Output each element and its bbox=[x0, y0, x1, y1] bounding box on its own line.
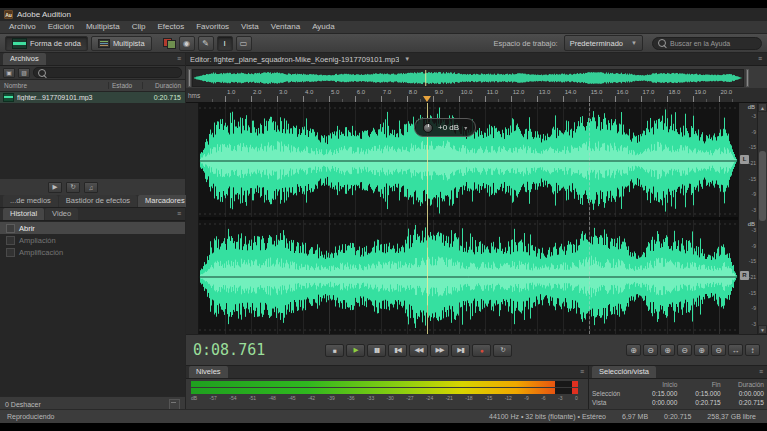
tab-effects-rack[interactable]: Bastidor de efectos bbox=[59, 195, 137, 207]
fast-forward-button[interactable]: ▶▶ bbox=[430, 344, 449, 357]
time-display[interactable]: 0:08.761 bbox=[193, 341, 291, 359]
trash-icon[interactable] bbox=[169, 399, 180, 410]
time-selection-tool-button[interactable]: I bbox=[217, 36, 233, 51]
tab-niveles[interactable]: Niveles bbox=[189, 366, 228, 378]
menu-multipista[interactable]: Multipista bbox=[80, 21, 126, 33]
vista-inicio[interactable]: 0:00.000 bbox=[634, 399, 677, 406]
column-estado[interactable]: Estado bbox=[109, 82, 143, 89]
panel-menu-icon[interactable]: ≡ bbox=[177, 53, 182, 65]
zoom-selection-button[interactable]: ↔ bbox=[728, 344, 743, 356]
volume-hud[interactable]: +0 dB ▾ bbox=[414, 118, 476, 137]
record-button[interactable]: ● bbox=[472, 344, 491, 357]
zoom-out-button[interactable]: ⊖ bbox=[643, 344, 658, 356]
ruler-major-tick bbox=[459, 96, 460, 102]
vista-duracion[interactable]: 0:20.715 bbox=[721, 399, 764, 406]
menu-ayuda[interactable]: Ayuda bbox=[306, 21, 341, 33]
tab-historial[interactable]: Historial bbox=[3, 208, 44, 220]
column-nombre[interactable]: Nombre bbox=[0, 82, 109, 89]
overview-left-handle[interactable] bbox=[188, 69, 191, 87]
razor-tool-button[interactable]: ✎ bbox=[198, 36, 214, 51]
play-button[interactable]: ▶ bbox=[346, 344, 365, 357]
file-row[interactable]: fighter...917709101.mp3 0:20.715 bbox=[0, 92, 185, 103]
color-swatch-icon[interactable] bbox=[163, 38, 176, 49]
vertical-scrollbar[interactable]: ▲ ▼ bbox=[757, 103, 767, 334]
editor-tab[interactable]: Editor: fighter_plane_squadron-Mike_Koen… bbox=[190, 55, 399, 64]
rewind-button[interactable]: ◀◀ bbox=[409, 344, 428, 357]
vista-fin[interactable]: 0:20.715 bbox=[677, 399, 720, 406]
panel-menu-icon[interactable]: ≡ bbox=[580, 366, 585, 378]
menu-archivo[interactable]: Archivo bbox=[3, 21, 42, 33]
tab-media-browser[interactable]: ...de medios bbox=[3, 195, 58, 207]
editor-panel: Editor: fighter_plane_squadron-Mike_Koen… bbox=[186, 53, 767, 365]
files-column-headers[interactable]: Nombre Estado Duración bbox=[0, 80, 185, 92]
stop-button[interactable]: ■ bbox=[325, 344, 344, 357]
menu-favoritos[interactable]: Favoritos bbox=[190, 21, 235, 33]
meter-scale-label: -3 bbox=[558, 396, 562, 401]
zoom-full-button[interactable]: ↕ bbox=[745, 344, 760, 356]
db-scale-label: -3 bbox=[739, 208, 756, 213]
scroll-up-button[interactable]: ▲ bbox=[758, 103, 767, 112]
zoom-in-button[interactable]: ⊕ bbox=[626, 344, 641, 356]
left-channel-badge[interactable]: L bbox=[740, 155, 749, 164]
volume-knob-icon[interactable] bbox=[423, 123, 433, 133]
column-duracion[interactable]: Duración bbox=[143, 82, 185, 89]
files-search-input[interactable] bbox=[33, 67, 182, 78]
zoom-out-horizontal-button[interactable]: ⊖ bbox=[677, 344, 692, 356]
workspace-dropdown[interactable]: Predeterminado ▼ bbox=[564, 35, 643, 51]
seleccion-fin[interactable]: 0:15.000 bbox=[677, 390, 720, 397]
panel-menu-icon[interactable]: ≡ bbox=[758, 53, 763, 65]
zoom-out-vertical-button[interactable]: ⊖ bbox=[711, 344, 726, 356]
menu-efectos[interactable]: Efectos bbox=[152, 21, 191, 33]
multitrack-view-button[interactable]: Multipista bbox=[91, 36, 152, 51]
move-tool-button[interactable]: ◉ bbox=[179, 36, 195, 51]
import-file-button[interactable]: ▣ bbox=[3, 68, 15, 78]
clip-indicator[interactable] bbox=[572, 388, 578, 394]
marquee-tool-button[interactable]: ▭ bbox=[236, 36, 252, 51]
goto-end-button[interactable]: ▶▮ bbox=[451, 344, 470, 357]
clip-indicator[interactable] bbox=[572, 381, 578, 387]
menu-edicion[interactable]: Edición bbox=[42, 21, 80, 33]
waveform-left-gutter bbox=[186, 103, 199, 334]
tab-archivos[interactable]: Archivos bbox=[3, 53, 46, 65]
goto-start-button[interactable]: ▮◀ bbox=[388, 344, 407, 357]
meter-scale-label: -9 bbox=[524, 396, 528, 401]
scrollbar-thumb[interactable] bbox=[759, 151, 766, 221]
ruler-label: 14.0 bbox=[565, 89, 577, 95]
chevron-down-icon[interactable]: ▼ bbox=[404, 56, 410, 62]
overview-waveform[interactable] bbox=[192, 69, 744, 87]
waveform-view-button[interactable]: Forma de onda bbox=[5, 36, 88, 51]
tab-seleccion-vista[interactable]: Selección/vista bbox=[592, 366, 656, 378]
menu-clip[interactable]: Clip bbox=[126, 21, 152, 33]
seleccion-inicio[interactable]: 0:15.000 bbox=[634, 390, 677, 397]
preview-loop-button[interactable]: ↻ bbox=[66, 182, 80, 193]
timeline-ruler[interactable]: hms 1.02.03.04.05.06.07.08.09.010.011.01… bbox=[186, 88, 767, 103]
ruler-minor-tick bbox=[342, 99, 343, 102]
waveform-canvas[interactable] bbox=[199, 103, 738, 334]
seleccion-duracion[interactable]: 0:00.000 bbox=[721, 390, 764, 397]
preview-audio-icon[interactable]: ♫ bbox=[84, 182, 98, 193]
panel-menu-icon[interactable]: ≡ bbox=[177, 208, 182, 220]
pause-button[interactable]: ▮▮ bbox=[367, 344, 386, 357]
workspace-value: Predeterminado bbox=[570, 39, 623, 48]
tab-marcadores[interactable]: Marcadores bbox=[138, 195, 192, 207]
loop-button[interactable]: ↻ bbox=[493, 344, 512, 357]
tab-video[interactable]: Video bbox=[45, 208, 78, 220]
playhead-marker[interactable] bbox=[423, 96, 431, 102]
history-item-amplificacion[interactable]: Amplificación bbox=[0, 246, 185, 258]
overview-right-handle[interactable] bbox=[746, 69, 749, 87]
ruler-scale[interactable]: 1.02.03.04.05.06.07.08.09.010.011.012.01… bbox=[199, 88, 738, 102]
zoom-in-horizontal-button[interactable]: ⊕ bbox=[660, 344, 675, 356]
zoom-in-vertical-button[interactable]: ⊕ bbox=[694, 344, 709, 356]
scroll-down-button[interactable]: ▼ bbox=[758, 325, 767, 334]
menu-ventana[interactable]: Ventana bbox=[265, 21, 306, 33]
panel-menu-icon[interactable]: ≡ bbox=[759, 366, 764, 378]
right-channel-badge[interactable]: R bbox=[740, 271, 749, 280]
menu-vista[interactable]: Vista bbox=[235, 21, 265, 33]
playhead-line[interactable] bbox=[427, 103, 428, 334]
preview-play-button[interactable]: ▶ bbox=[48, 182, 62, 193]
new-file-button[interactable]: ▨ bbox=[18, 68, 30, 78]
help-search-input[interactable]: Buscar en la Ayuda bbox=[652, 37, 762, 50]
history-item-abrir[interactable]: Abrir bbox=[0, 222, 185, 234]
history-item-ampliacion[interactable]: Ampliación bbox=[0, 234, 185, 246]
ruler-major-tick bbox=[225, 96, 226, 102]
